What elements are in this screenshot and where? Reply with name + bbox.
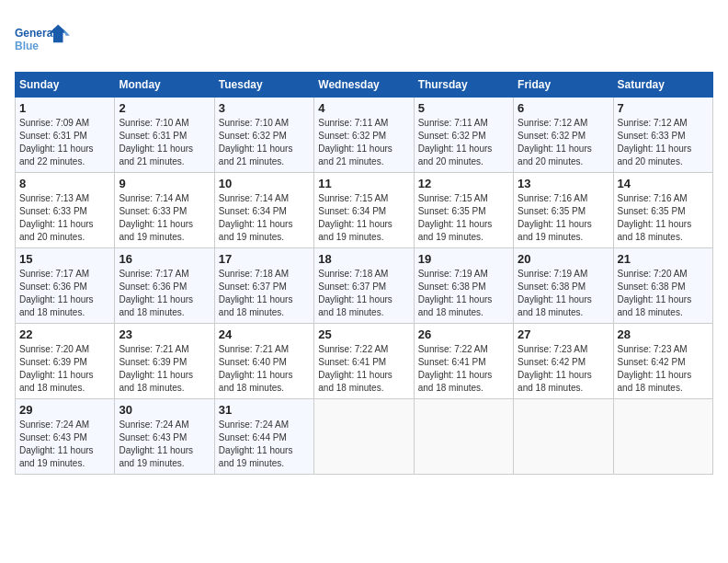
day-number: 2 [119,101,210,115]
svg-text:General: General [15,27,56,40]
calendar-cell: 28Sunrise: 7:23 AMSunset: 6:42 PMDayligh… [613,324,712,399]
calendar-row: 29Sunrise: 7:24 AMSunset: 6:43 PMDayligh… [16,399,713,475]
day-detail: Sunrise: 7:24 AMSunset: 6:43 PMDaylight:… [19,419,110,470]
calendar-cell: 29Sunrise: 7:24 AMSunset: 6:43 PMDayligh… [16,399,115,475]
day-detail: Sunrise: 7:16 AMSunset: 6:35 PMDaylight:… [618,192,709,244]
calendar-cell: 4Sunrise: 7:11 AMSunset: 6:32 PMDaylight… [314,98,414,173]
calendar-cell: 25Sunrise: 7:22 AMSunset: 6:41 PMDayligh… [314,324,414,399]
calendar-cell: 9Sunrise: 7:14 AMSunset: 6:33 PMDaylight… [115,173,214,248]
day-detail: Sunrise: 7:13 AMSunset: 6:33 PMDaylight:… [19,192,110,244]
calendar-row: 1Sunrise: 7:09 AMSunset: 6:31 PMDaylight… [16,98,713,173]
empty-cell [414,399,513,475]
day-number: 9 [119,177,210,190]
calendar-cell: 16Sunrise: 7:17 AMSunset: 6:36 PMDayligh… [115,248,214,324]
day-detail: Sunrise: 7:16 AMSunset: 6:35 PMDaylight:… [518,192,609,244]
day-number: 5 [418,101,509,115]
column-header-wednesday: Wednesday [314,73,414,98]
calendar-cell: 17Sunrise: 7:18 AMSunset: 6:37 PMDayligh… [214,248,313,324]
calendar-cell: 14Sunrise: 7:16 AMSunset: 6:35 PMDayligh… [613,173,712,248]
logo-svg: General Blue [15,18,70,63]
day-number: 4 [318,101,409,115]
calendar-cell: 19Sunrise: 7:19 AMSunset: 6:38 PMDayligh… [414,248,513,324]
calendar-cell: 7Sunrise: 7:12 AMSunset: 6:33 PMDaylight… [613,98,712,173]
day-number: 27 [518,327,609,341]
day-number: 1 [19,101,110,115]
calendar-header-row: SundayMondayTuesdayWednesdayThursdayFrid… [16,73,713,98]
day-detail: Sunrise: 7:14 AMSunset: 6:33 PMDaylight:… [119,192,210,244]
column-header-friday: Friday [514,73,613,98]
day-number: 10 [219,177,310,190]
calendar-cell: 2Sunrise: 7:10 AMSunset: 6:31 PMDaylight… [115,98,214,173]
column-header-saturday: Saturday [613,73,712,98]
day-number: 13 [518,177,609,190]
day-detail: Sunrise: 7:09 AMSunset: 6:31 PMDaylight:… [19,117,110,168]
day-detail: Sunrise: 7:17 AMSunset: 6:36 PMDaylight:… [19,268,110,319]
calendar-cell: 23Sunrise: 7:21 AMSunset: 6:39 PMDayligh… [115,324,214,399]
calendar-cell: 15Sunrise: 7:17 AMSunset: 6:36 PMDayligh… [16,248,115,324]
day-number: 18 [318,252,409,266]
calendar-cell: 10Sunrise: 7:14 AMSunset: 6:34 PMDayligh… [214,173,313,248]
day-detail: Sunrise: 7:14 AMSunset: 6:34 PMDaylight:… [219,192,310,244]
calendar-cell: 11Sunrise: 7:15 AMSunset: 6:34 PMDayligh… [314,173,414,248]
calendar-cell: 30Sunrise: 7:24 AMSunset: 6:43 PMDayligh… [115,399,214,475]
day-number: 16 [119,252,210,266]
day-number: 30 [119,403,210,417]
calendar-table: SundayMondayTuesdayWednesdayThursdayFrid… [15,72,713,475]
day-number: 31 [219,403,310,417]
calendar-cell: 5Sunrise: 7:11 AMSunset: 6:32 PMDaylight… [414,98,513,173]
day-detail: Sunrise: 7:22 AMSunset: 6:41 PMDaylight:… [318,343,409,395]
day-number: 20 [518,252,609,266]
day-number: 7 [618,101,709,115]
day-number: 26 [418,327,509,341]
calendar-cell: 31Sunrise: 7:24 AMSunset: 6:44 PMDayligh… [214,399,313,475]
calendar-cell: 6Sunrise: 7:12 AMSunset: 6:32 PMDaylight… [514,98,613,173]
day-number: 11 [318,177,409,190]
day-detail: Sunrise: 7:10 AMSunset: 6:31 PMDaylight:… [119,117,210,168]
svg-text:Blue: Blue [15,40,39,52]
day-detail: Sunrise: 7:21 AMSunset: 6:39 PMDaylight:… [119,343,210,395]
day-detail: Sunrise: 7:20 AMSunset: 6:39 PMDaylight:… [19,343,110,395]
calendar-cell: 18Sunrise: 7:18 AMSunset: 6:37 PMDayligh… [314,248,414,324]
day-detail: Sunrise: 7:15 AMSunset: 6:34 PMDaylight:… [318,192,409,244]
day-number: 8 [19,177,110,190]
calendar-cell: 21Sunrise: 7:20 AMSunset: 6:38 PMDayligh… [613,248,712,324]
day-number: 25 [318,327,409,341]
day-number: 14 [618,177,709,190]
day-detail: Sunrise: 7:22 AMSunset: 6:41 PMDaylight:… [418,343,509,395]
calendar-cell: 22Sunrise: 7:20 AMSunset: 6:39 PMDayligh… [16,324,115,399]
day-detail: Sunrise: 7:12 AMSunset: 6:33 PMDaylight:… [618,117,709,168]
day-detail: Sunrise: 7:18 AMSunset: 6:37 PMDaylight:… [318,268,409,319]
day-number: 15 [19,252,110,266]
calendar-cell: 13Sunrise: 7:16 AMSunset: 6:35 PMDayligh… [514,173,613,248]
day-detail: Sunrise: 7:12 AMSunset: 6:32 PMDaylight:… [518,117,609,168]
day-detail: Sunrise: 7:19 AMSunset: 6:38 PMDaylight:… [518,268,609,319]
column-header-monday: Monday [115,73,214,98]
day-detail: Sunrise: 7:24 AMSunset: 6:44 PMDaylight:… [219,419,310,470]
day-detail: Sunrise: 7:20 AMSunset: 6:38 PMDaylight:… [618,268,709,319]
page-header: General Blue [15,15,713,63]
calendar-cell: 27Sunrise: 7:23 AMSunset: 6:42 PMDayligh… [514,324,613,399]
calendar-row: 15Sunrise: 7:17 AMSunset: 6:36 PMDayligh… [16,248,713,324]
column-header-tuesday: Tuesday [214,73,313,98]
day-number: 29 [19,403,110,417]
empty-cell [514,399,613,475]
day-number: 22 [19,327,110,341]
day-detail: Sunrise: 7:11 AMSunset: 6:32 PMDaylight:… [318,117,409,168]
day-number: 23 [119,327,210,341]
day-detail: Sunrise: 7:17 AMSunset: 6:36 PMDaylight:… [119,268,210,319]
calendar-row: 8Sunrise: 7:13 AMSunset: 6:33 PMDaylight… [16,173,713,248]
column-header-thursday: Thursday [414,73,513,98]
column-header-sunday: Sunday [16,73,115,98]
day-number: 21 [618,252,709,266]
day-number: 6 [518,101,609,115]
day-detail: Sunrise: 7:23 AMSunset: 6:42 PMDaylight:… [518,343,609,395]
logo: General Blue [15,18,70,63]
day-number: 28 [618,327,709,341]
calendar-cell: 24Sunrise: 7:21 AMSunset: 6:40 PMDayligh… [214,324,313,399]
day-detail: Sunrise: 7:11 AMSunset: 6:32 PMDaylight:… [418,117,509,168]
calendar-row: 22Sunrise: 7:20 AMSunset: 6:39 PMDayligh… [16,324,713,399]
day-detail: Sunrise: 7:23 AMSunset: 6:42 PMDaylight:… [618,343,709,395]
day-detail: Sunrise: 7:21 AMSunset: 6:40 PMDaylight:… [219,343,310,395]
day-number: 24 [219,327,310,341]
empty-cell [314,399,414,475]
